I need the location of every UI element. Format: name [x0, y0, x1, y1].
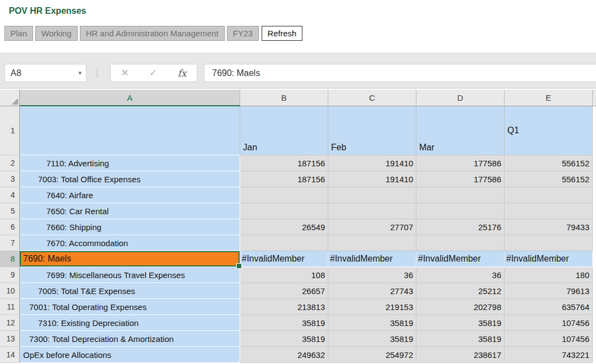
cell-C12[interactable]: 35819	[328, 315, 416, 331]
pov-button-entity[interactable]: HR and Administration Management	[80, 26, 225, 41]
chevron-down-icon[interactable]: ▾	[78, 69, 86, 77]
cell-A5[interactable]: 7650: Car Rental	[20, 203, 240, 219]
cell-C2[interactable]: 191410	[328, 155, 416, 171]
refresh-button[interactable]: Refresh	[262, 26, 303, 41]
cell-C6[interactable]: 27707	[328, 219, 416, 235]
cell-E2[interactable]: 556152	[505, 155, 593, 171]
cell-E3[interactable]: 556152	[505, 171, 593, 187]
cell-D5[interactable]	[416, 203, 505, 219]
cell-E9[interactable]: 180	[505, 267, 593, 283]
cell-D3[interactable]: 177586	[416, 171, 505, 187]
cell-B12[interactable]: 35819	[240, 315, 328, 331]
row-header-6[interactable]: 6	[0, 219, 20, 235]
cell-A8[interactable]: 7690: Maels	[20, 251, 240, 267]
cell-A6[interactable]: 7660: Shipping	[20, 219, 240, 235]
cell-E11[interactable]: 635764	[505, 299, 593, 315]
cell-D11[interactable]: 202798	[416, 299, 505, 315]
column-header-A[interactable]: A	[20, 90, 240, 106]
cell-B2[interactable]: 187156	[240, 155, 328, 171]
cell-A10[interactable]: 7005: Total T&E Expenses	[20, 283, 240, 299]
row-header-14[interactable]: 14	[0, 347, 20, 363]
pov-button-version[interactable]: Working	[35, 26, 78, 41]
cell-B1[interactable]: Jan	[240, 106, 328, 155]
resize-handle-icon[interactable]: ⋮	[93, 64, 101, 82]
cell-D12[interactable]: 35819	[416, 315, 505, 331]
cell-E1[interactable]: Q1	[505, 106, 593, 155]
cell-E12[interactable]: 107456	[505, 315, 593, 331]
cell-C8[interactable]: #InvalidMember	[328, 251, 416, 267]
cell-B3[interactable]: 187156	[240, 171, 328, 187]
row-header-4[interactable]: 4	[0, 187, 20, 203]
cell-D1[interactable]: Mar	[416, 106, 505, 155]
cell-A14[interactable]: OpEx before Allocations	[20, 347, 240, 363]
row-header-12[interactable]: 12	[0, 315, 20, 331]
cell-C10[interactable]: 27743	[328, 283, 416, 299]
column-header-B[interactable]: B	[240, 90, 328, 106]
row-header-3[interactable]: 3	[0, 171, 20, 187]
pov-button-plan[interactable]: Plan	[4, 26, 33, 41]
pov-button-year[interactable]: FY23	[227, 26, 259, 41]
cell-B10[interactable]: 26657	[240, 283, 328, 299]
cell-D10[interactable]: 25212	[416, 283, 505, 299]
insert-function-icon[interactable]: fx	[178, 68, 187, 79]
cell-B11[interactable]: 213813	[240, 299, 328, 315]
select-all-button[interactable]	[0, 90, 20, 106]
cell-C7[interactable]	[328, 235, 416, 251]
cell-A13[interactable]: 7300: Total Depreciation & Amortization	[20, 331, 240, 347]
cell-E13[interactable]: 107456	[505, 331, 593, 347]
cell-C14[interactable]: 254972	[328, 347, 416, 363]
cell-E6[interactable]: 79433	[505, 219, 593, 235]
row-header-7[interactable]: 7	[0, 235, 20, 251]
cancel-icon[interactable]: ✕	[121, 67, 129, 79]
cell-C13[interactable]: 35819	[328, 331, 416, 347]
fill-handle[interactable]	[236, 263, 242, 269]
row-header-10[interactable]: 10	[0, 283, 20, 299]
cell-E7[interactable]	[505, 235, 593, 251]
enter-icon[interactable]: ✓	[149, 67, 157, 79]
cell-C1[interactable]: Feb	[328, 106, 416, 155]
cell-A7[interactable]: 7670: Accommodation	[20, 235, 240, 251]
cell-A2[interactable]: 7110: Advertising	[20, 155, 240, 171]
cell-B8[interactable]: #InvalidMember	[240, 251, 328, 267]
cell-D13[interactable]: 35819	[416, 331, 505, 347]
cell-B14[interactable]: 249632	[240, 347, 328, 363]
cell-D14[interactable]: 238617	[416, 347, 505, 363]
cell-C9[interactable]: 36	[328, 267, 416, 283]
cell-D2[interactable]: 177586	[416, 155, 505, 171]
cell-B13[interactable]: 35819	[240, 331, 328, 347]
cell-E8[interactable]: #InvalidMember	[505, 251, 593, 267]
cell-C5[interactable]	[328, 203, 416, 219]
cell-A12[interactable]: 7310: Existing Depreciation	[20, 315, 240, 331]
cell-A3[interactable]: 7003: Total Office Expenses	[20, 171, 240, 187]
cell-E14[interactable]: 743221	[505, 347, 593, 363]
cell-A9[interactable]: 7699: Miscellaneous Travel Expenses	[20, 267, 240, 283]
row-header-8[interactable]: 8	[0, 251, 20, 267]
cell-D8[interactable]: #InvalidMember	[416, 251, 505, 267]
cell-A11[interactable]: 7001: Total Operating Expenses	[20, 299, 240, 315]
cell-E4[interactable]	[505, 187, 593, 203]
cell-A1[interactable]	[20, 106, 240, 155]
cell-C11[interactable]: 219153	[328, 299, 416, 315]
column-header-C[interactable]: C	[328, 90, 416, 106]
cell-E5[interactable]	[505, 203, 593, 219]
cell-B7[interactable]	[240, 235, 328, 251]
row-header-9[interactable]: 9	[0, 267, 20, 283]
cell-B4[interactable]	[240, 187, 328, 203]
name-box[interactable]: A8 ▾	[4, 64, 86, 82]
cell-B9[interactable]: 108	[240, 267, 328, 283]
column-header-E[interactable]: E	[505, 90, 593, 106]
cell-B5[interactable]	[240, 203, 328, 219]
cell-D4[interactable]	[416, 187, 505, 203]
cell-D7[interactable]	[416, 235, 505, 251]
row-header-1[interactable]: 1	[0, 106, 20, 155]
formula-input[interactable]: 7690: Maels	[204, 64, 596, 82]
row-header-5[interactable]: 5	[0, 203, 20, 219]
cell-E10[interactable]: 79613	[505, 283, 593, 299]
cell-D9[interactable]: 36	[416, 267, 505, 283]
cell-B6[interactable]: 26549	[240, 219, 328, 235]
cell-A4[interactable]: 7640: Airfare	[20, 187, 240, 203]
row-header-13[interactable]: 13	[0, 331, 20, 347]
row-header-11[interactable]: 11	[0, 299, 20, 315]
column-header-D[interactable]: D	[416, 90, 505, 106]
cell-C4[interactable]	[328, 187, 416, 203]
